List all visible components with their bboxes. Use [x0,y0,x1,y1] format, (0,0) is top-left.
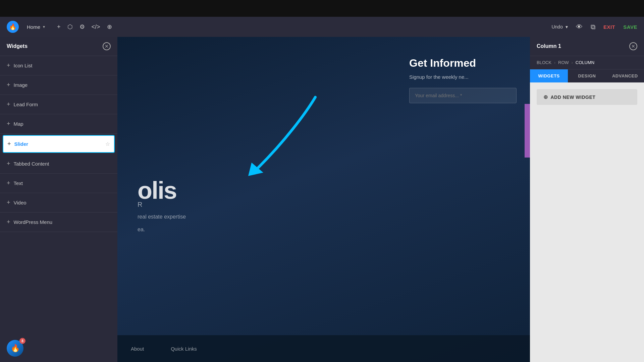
notification-badge: 8 [19,338,25,344]
lead-form-label: Lead Form [14,102,38,107]
map-plus: + [7,120,10,127]
canvas-form-sub: Signup for the weekly ne... [409,74,517,80]
wordpress-icon[interactable]: ⊕ [107,23,112,31]
sidebar-item-wordpress-menu[interactable]: + WordPress Menu [0,213,117,232]
lead-form-plus: + [7,101,10,108]
column-panel: Column 1 ✕ BLOCK › ROW › COLUMN WIDGETS … [530,37,644,362]
undo-button[interactable]: Undo ▾ [551,24,568,29]
icon-list-label: Icon List [14,63,33,68]
toolbar-right: Undo ▾ 👁 ⧉ EXIT SAVE [551,23,637,31]
tabbed-content-label: Tabbed Content [14,161,49,167]
text-label: Text [14,180,23,186]
canvas-left-content: olis R real estate expertise ea. [138,177,186,234]
panel-tabs: WIDGETS DESIGN ADVANCED [530,69,644,82]
sidebar-items-list: + Icon List + Image + Lead Form [0,56,117,335]
preview-icon[interactable]: 👁 [576,23,583,31]
sidebar-header: Widgets ✕ [0,37,117,56]
tab-widgets[interactable]: WIDGETS [530,69,568,82]
home-chevron: ▾ [43,24,45,29]
home-label: Home [27,24,40,30]
breadcrumb-column[interactable]: COLUMN [576,60,594,65]
purple-accent [525,104,530,158]
sidebar-item-tabbed-content[interactable]: + Tabbed Content [0,154,117,174]
image-plus: + [7,81,10,88]
responsive-icon[interactable]: ⧉ [591,23,595,31]
arrow-annotation [231,87,332,181]
breadcrumb-block[interactable]: BLOCK [537,60,551,65]
sidebar-item-image[interactable]: + Image [0,75,117,95]
save-button[interactable]: SAVE [623,24,637,30]
sidebar-item-slider[interactable]: + Slider ☆ [3,135,115,153]
add-widget-plus-icon: ⊕ [543,94,548,100]
canvas-area: olis R real estate expertise ea. Get Inf… [117,37,644,362]
top-black-bar [0,0,644,17]
add-widget-label: ADD NEW WIDGET [551,95,596,100]
canvas-email-input[interactable] [409,88,517,103]
svg-marker-0 [248,163,263,176]
column-panel-close-button[interactable]: ✕ [629,42,637,50]
icon-list-plus: + [7,62,10,69]
canvas-form-panel: Get Informed Signup for the weekly ne... [409,57,517,103]
exit-button[interactable]: EXIT [603,24,615,30]
slider-plus: + [7,140,11,147]
settings-icon[interactable]: ⚙ [79,23,85,31]
layers-icon[interactable]: ⬡ [67,23,73,31]
sidebar-item-map[interactable]: + Map [0,114,117,134]
map-label: Map [14,121,23,127]
add-new-widget-button[interactable]: ⊕ ADD NEW WIDGET [537,89,637,105]
undo-chevron: ▾ [566,24,568,29]
main-layout: Widgets ✕ + Icon List + Image [0,37,644,362]
sidebar-item-text[interactable]: + Text [0,174,117,193]
text-plus: + [7,180,10,187]
sidebar-item-lead-form[interactable]: + Lead Form [0,95,117,114]
canvas-sub-text: real estate expertise [138,213,186,221]
canvas-bottom-bar: About Quick Links [117,335,530,362]
app-logo[interactable]: 🔥 [7,21,19,33]
canvas-big-text: olis [138,177,186,204]
column-panel-title: Column 1 [537,43,561,49]
wordpress-menu-label: WordPress Menu [14,219,53,225]
toolbar-icons-group: + ⬡ ⚙ </> ⊕ [57,23,112,31]
video-label: Video [14,200,26,205]
sidebar-bottom: 🔥 8 [0,335,117,362]
breadcrumb-sep-1: › [554,60,555,65]
undo-label: Undo [551,24,562,29]
image-label: Image [14,82,28,88]
home-menu[interactable]: Home ▾ [27,24,45,30]
widgets-sidebar: Widgets ✕ + Icon List + Image [0,37,117,362]
column-panel-header: Column 1 ✕ [530,37,644,56]
tabbed-content-plus: + [7,160,10,167]
sidebar-item-video[interactable]: + Video [0,193,117,213]
slider-label: Slider [14,141,29,147]
canvas-form-title: Get Informed [409,57,517,69]
breadcrumb: BLOCK › ROW › COLUMN [530,56,644,69]
add-icon[interactable]: + [57,23,61,31]
wordpress-menu-plus: + [7,219,10,226]
tab-design[interactable]: DESIGN [568,69,606,82]
user-avatar[interactable]: 🔥 8 [7,340,23,357]
breadcrumb-sep-2: › [572,60,573,65]
canvas-sub-text2: ea. [138,225,186,234]
sidebar-item-icon-list[interactable]: + Icon List [0,56,117,75]
code-icon[interactable]: </> [92,23,100,31]
slider-star-icon[interactable]: ☆ [105,141,110,147]
sidebar-title: Widgets [7,43,28,49]
tab-advanced[interactable]: ADVANCED [606,69,644,82]
canvas-about-label: About [131,346,144,352]
toolbar: 🔥 Home ▾ + ⬡ ⚙ </> ⊕ Undo ▾ 👁 ⧉ EXIT SAV… [0,17,644,37]
sidebar-close-button[interactable]: ✕ [103,42,111,50]
panel-body: ⊕ ADD NEW WIDGET [530,82,644,362]
breadcrumb-row[interactable]: ROW [558,60,569,65]
canvas-quick-links-label: Quick Links [171,346,197,352]
video-plus: + [7,199,10,206]
